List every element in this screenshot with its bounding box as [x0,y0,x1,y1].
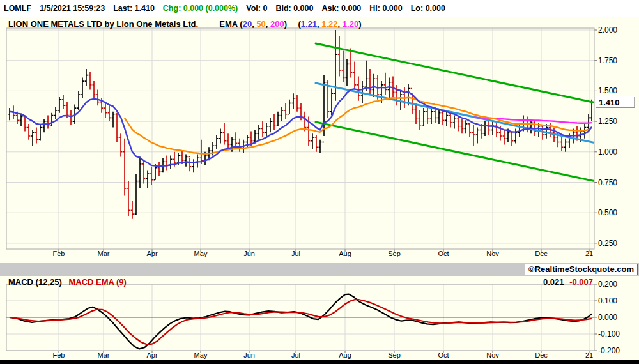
ema-legend: EMA (20, 50, 200) [219,19,289,29]
macd-signal-value: -0.007 [569,277,593,287]
macd-value: 0.021 [543,277,564,287]
ema20-value: 1.21 [301,19,317,29]
macd-label: MACD (12,25) [8,277,62,287]
ema-values: (1.21, 1.22, 1.20) [298,19,361,29]
ema20-period: 20 [243,19,252,29]
ema50-value: 1.22 [321,19,337,29]
last-price-badge: 1.410 [596,96,635,108]
stock-chart-window: LOMLF 1/5/2021 15:59:23 Last: 1.410 Chg:… [0,0,639,364]
macd-signal-label: MACD EMA (9) [68,277,127,287]
ema200-period: 200 [270,19,284,29]
chart-title-row: LION ONE METALS LTD by Lion One Metals L… [8,19,361,29]
ema50-period: 50 [256,19,265,29]
macd-plot-area[interactable] [6,284,594,351]
macd-values: 0.021 -0.007 [543,277,593,287]
ema200-value: 1.20 [343,19,358,29]
macd-header: MACD (12,25) MACD EMA (9) [8,277,127,287]
chart-title: LION ONE METALS LTD by Lion One Metals L… [8,19,198,29]
main-chart-plot-area[interactable] [6,28,594,249]
